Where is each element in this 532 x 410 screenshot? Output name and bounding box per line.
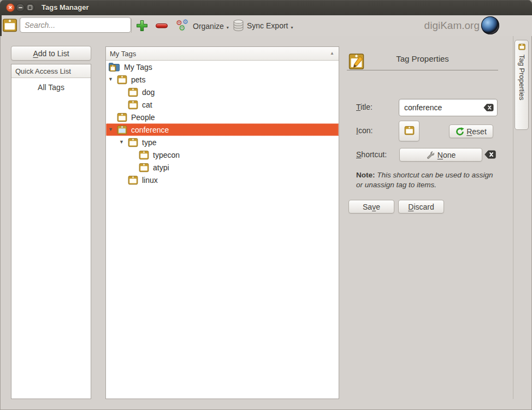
title-input[interactable] (399, 99, 498, 116)
tree-row[interactable]: ▼ conference (106, 123, 339, 136)
organize-label: Organize (193, 22, 224, 31)
tag-label: pets (131, 75, 145, 84)
icon-label: Icon: (356, 126, 373, 135)
sync-export-menu-button[interactable]: Sync Export ▾ (233, 19, 293, 32)
quick-access-header[interactable]: Quick Access List (11, 64, 91, 78)
reset-icon-button[interactable]: Reset (449, 124, 493, 138)
quick-access-panel: Quick Access List All Tags (11, 64, 91, 399)
tag-icon (117, 124, 127, 135)
maximize-button[interactable] (26, 3, 34, 12)
tag-icon (139, 162, 149, 173)
list-item-all-tags[interactable]: All Tags (11, 80, 91, 94)
tree-row[interactable]: ▼ People (106, 111, 339, 123)
digikam-logo-icon (481, 16, 499, 34)
tags-tree: ▼ My Tags ▼ (106, 61, 339, 186)
chevron-down-icon: ▾ (291, 25, 293, 30)
chevron-down-icon: ▾ (227, 25, 229, 30)
tag-icon (117, 74, 127, 85)
tree-row[interactable]: ▼ dog (106, 86, 339, 98)
expander-icon[interactable]: ▼ (108, 77, 117, 82)
digikam-brand-label: digiKam.org (424, 20, 480, 32)
tag-icon (128, 87, 138, 97)
tag-icon (117, 112, 127, 122)
plus-icon (135, 19, 149, 32)
tree-row[interactable]: ▼ cat (106, 98, 339, 111)
tag-icon (128, 99, 138, 110)
tag-icon (128, 137, 138, 147)
clear-title-icon[interactable] (483, 104, 494, 111)
tags-manager-window: { "window": { "title": "Tags Manager" },… (0, 0, 532, 410)
tag-label: cat (142, 100, 152, 109)
tag-icon (404, 125, 415, 137)
add-to-list-button[interactable]: Add to List (11, 46, 91, 61)
delete-tag-button[interactable] (155, 20, 168, 33)
close-button[interactable]: ✕ (6, 3, 15, 12)
app-tag-icon (2, 16, 17, 36)
tag-label: type (142, 138, 156, 147)
icon-picker-button[interactable] (399, 121, 419, 141)
tag-label: dog (142, 88, 155, 97)
minimize-icon (19, 7, 22, 8)
clear-shortcut-icon[interactable] (484, 150, 496, 159)
tag-label: typecon (153, 151, 180, 159)
sync-export-label: Sync Export (247, 21, 288, 30)
tags-tree-panel: My Tags ▲ ▼ My Tags (105, 46, 339, 399)
tree-row[interactable]: ▼ atypi (106, 161, 339, 174)
tag-icon (117, 74, 127, 85)
tab-tag-properties[interactable]: Tag Properties (515, 40, 529, 130)
title-field-wrap (399, 99, 498, 116)
toolbar: ⚙ ⚙ ⚙ Organize ▾ Sync Export ▾ digiKam.o… (0, 15, 532, 36)
toolbar-separator (131, 19, 132, 33)
tag-label: People (131, 113, 155, 122)
title-label: Title: (356, 103, 373, 111)
shortcut-label: Shortcut: (356, 150, 387, 159)
tree-column-header[interactable]: My Tags ▲ (106, 47, 339, 61)
tag-icon (128, 99, 138, 110)
tag-icon (128, 137, 138, 147)
expander-icon[interactable]: ▼ (108, 127, 117, 132)
wrench-icon (426, 151, 434, 159)
minimize-button[interactable] (16, 3, 25, 12)
tab-label: Tag Properties (518, 55, 526, 100)
tag-icon (139, 150, 149, 160)
gears-icon: ⚙ ⚙ ⚙ (176, 19, 190, 33)
tag-icon (117, 112, 127, 122)
tag-icon (404, 125, 415, 135)
minus-icon (155, 20, 168, 31)
tree-row[interactable]: ▼ linux (106, 174, 339, 186)
save-button[interactable]: Save (348, 200, 394, 213)
tree-row[interactable]: ▼ My Tags (106, 61, 339, 73)
add-tag-button[interactable] (135, 19, 149, 34)
discard-button[interactable]: Discard (398, 200, 444, 213)
tag-icon (117, 124, 127, 135)
shortcut-note: Note: This shortcut can be used to assig… (356, 170, 499, 190)
tag-label: conference (131, 126, 169, 134)
tags-folder-icon (108, 62, 120, 72)
tag-label: linux (142, 176, 158, 185)
organize-menu-button[interactable]: ⚙ ⚙ ⚙ Organize ▾ (176, 19, 229, 33)
search-input[interactable] (20, 17, 131, 33)
tree-row[interactable]: ▼ type (106, 136, 339, 148)
reset-icon (456, 127, 464, 136)
tag-icon (128, 175, 138, 185)
tag-icon (139, 162, 149, 173)
sort-ascending-icon: ▲ (330, 51, 334, 56)
header-divider (347, 70, 498, 70)
window-title: Tags Manager (42, 0, 88, 15)
sidebar-divider (513, 36, 513, 399)
panel-title: Tag Properties (347, 54, 498, 63)
tag-properties-panel: Tag Properties Title: Icon: Reset Shortc… (339, 46, 513, 399)
tag-label: My Tags (124, 63, 152, 72)
database-icon (233, 19, 244, 32)
tag-icon (139, 150, 149, 160)
tree-row[interactable]: ▼ typecon (106, 148, 339, 161)
expander-icon[interactable]: ▼ (119, 140, 128, 145)
close-icon: ✕ (8, 5, 13, 10)
titlebar: ✕ Tags Manager (0, 0, 532, 15)
shortcut-button[interactable]: None (399, 148, 482, 162)
tag-icon (128, 175, 138, 185)
tree-row[interactable]: ▼ pets (106, 73, 339, 86)
tag-icon (128, 87, 138, 97)
tag-icon (518, 43, 525, 52)
maximize-icon (28, 5, 32, 10)
